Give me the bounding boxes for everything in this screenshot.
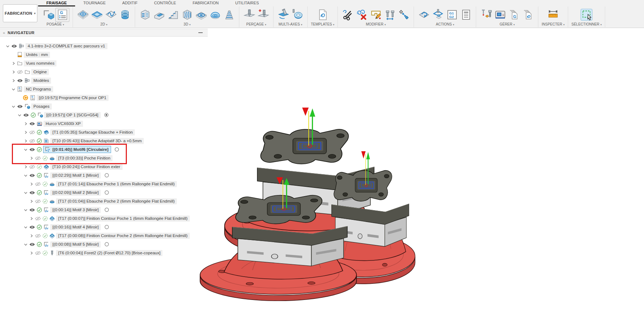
visibility-eye-off-icon[interactable] bbox=[29, 130, 35, 135]
generated-check-icon[interactable] bbox=[42, 216, 48, 221]
chevron-right-icon[interactable] bbox=[23, 138, 28, 144]
tree-row-main[interactable]: G[(0:19:57)] Programme CN pour OP1 bbox=[29, 95, 109, 101]
chevron-right-icon[interactable] bbox=[23, 129, 28, 135]
new-setup-icon[interactable] bbox=[41, 8, 55, 22]
tree-row-main[interactable]: Vues nommées bbox=[17, 60, 56, 66]
replace-tool-icon[interactable] bbox=[383, 8, 396, 22]
nc-program-icon[interactable]: G bbox=[55, 8, 69, 22]
active-setup-radio[interactable] bbox=[104, 173, 109, 178]
swarf-icon[interactable] bbox=[277, 8, 290, 22]
tab-additif[interactable]: ADDITIF bbox=[114, 0, 146, 6]
tree-row-main[interactable]: Origine bbox=[24, 69, 49, 75]
trim-toolpath-icon[interactable] bbox=[341, 8, 354, 22]
toolbar-group-label-inspecter[interactable]: INSPECTER▾ bbox=[542, 22, 565, 27]
parallel-icon[interactable] bbox=[180, 8, 194, 22]
tree-row-main[interactable]: [T10 (0:00:24)] Contour Finition exter bbox=[43, 164, 123, 170]
morphed-spiral-icon[interactable] bbox=[208, 8, 222, 22]
generated-check-icon[interactable] bbox=[36, 224, 42, 230]
generate-gcode-icon[interactable]: G1G2 bbox=[445, 8, 459, 22]
visibility-eye-off-icon[interactable] bbox=[29, 138, 35, 143]
generated-check-icon[interactable] bbox=[36, 164, 42, 170]
chevron-down-icon[interactable] bbox=[11, 86, 16, 92]
tree-row-main[interactable]: Hurco VCX600i XP bbox=[36, 121, 83, 127]
tree-row-3[interactable]: Vues nommées bbox=[0, 59, 208, 68]
visibility-eye-off-icon[interactable] bbox=[34, 216, 41, 221]
visibility-eye-on-icon[interactable] bbox=[29, 173, 35, 178]
chevron-down-icon[interactable] bbox=[11, 103, 16, 109]
tree-row-main[interactable]: [(0:00:16)] Motif 4 [Miroir] bbox=[43, 224, 101, 230]
generated-check-icon[interactable] bbox=[36, 241, 42, 247]
active-setup-radio[interactable] bbox=[114, 147, 120, 152]
visibility-eye-off-icon[interactable] bbox=[34, 250, 41, 255]
chevron-right-icon[interactable] bbox=[23, 164, 28, 170]
tree-row-1[interactable]: 4.1-Intro 3+2-COMPLET avec parcours v1 bbox=[0, 42, 208, 50]
toolbar-group-label-multi-axes[interactable]: MULTI-AXES▾ bbox=[277, 22, 304, 27]
tree-row-main[interactable]: [T3 (0:00:33)] Poche Finition bbox=[49, 155, 112, 161]
tree-row-18[interactable]: [(0:02:09)] Motif 2 [Miroir] bbox=[0, 188, 208, 197]
tree-row-main[interactable]: Unités : mm bbox=[17, 52, 50, 58]
tree-row-main[interactable]: [T17 (0:01:14)] Ebauche Poche 1 (6mm Ral… bbox=[49, 181, 177, 187]
visibility-eye-on-icon[interactable] bbox=[29, 225, 35, 230]
delete-toolpath-icon[interactable] bbox=[355, 8, 368, 22]
2d-adaptive-icon[interactable] bbox=[76, 8, 89, 22]
tree-row-main[interactable]: [T6 (0:00:04)] Foret2 (2) (Foret Ø12.70)… bbox=[49, 250, 162, 256]
generated-check-icon[interactable] bbox=[42, 233, 48, 239]
template-library-icon[interactable] bbox=[521, 8, 535, 22]
tab-utilitaires[interactable]: UTILITAIRES bbox=[227, 0, 267, 6]
tree-row-selected-box[interactable]: [(0:01:40)] Motif6 [Circulaire] bbox=[43, 146, 111, 153]
tree-row-14[interactable]: [T3 (0:00:33)] Poche Finition bbox=[0, 154, 208, 162]
active-setup-radio[interactable] bbox=[104, 112, 109, 118]
tree-row-main[interactable]: [(0:19:57)] OP 1 [SCG=G54] bbox=[37, 112, 101, 118]
generated-check-icon[interactable] bbox=[42, 155, 48, 161]
generated-check-icon[interactable] bbox=[30, 112, 36, 118]
chevron-right-icon[interactable] bbox=[29, 181, 34, 187]
move-points-icon[interactable] bbox=[397, 8, 410, 22]
tree-row-19[interactable]: [T17 (0:01:04)] Ebauche Poche 2 (6mm Ral… bbox=[0, 197, 208, 205]
tool-library-icon[interactable] bbox=[479, 8, 493, 22]
toolbar-group-label-3d[interactable]: 3D▾ bbox=[138, 22, 236, 27]
tree-row-main[interactable]: [T17 (0:01:04)] Ebauche Poche 2 (6mm Ral… bbox=[49, 198, 177, 204]
chevron-down-icon[interactable] bbox=[23, 172, 28, 178]
visibility-eye-on-icon[interactable] bbox=[29, 121, 35, 126]
tree-row-main[interactable]: [T17 (0:00:07)] Finition Contour Poche 1… bbox=[49, 216, 190, 222]
chevron-down-icon[interactable] bbox=[23, 224, 28, 230]
active-setup-radio[interactable] bbox=[104, 225, 109, 230]
tree-row-main[interactable]: Posages bbox=[24, 103, 52, 110]
tree-row-17[interactable]: [T17 (0:01:14)] Ebauche Poche 1 (6mm Ral… bbox=[0, 180, 208, 188]
tree-row-23[interactable]: [T17 (0:00:08)] Finition Contour Poche 2… bbox=[0, 231, 208, 240]
tree-row-main[interactable]: Modèles bbox=[24, 78, 51, 84]
chevron-right-icon[interactable] bbox=[29, 250, 34, 256]
chevron-down-icon[interactable] bbox=[23, 190, 28, 195]
deep-drill-icon[interactable] bbox=[257, 8, 270, 22]
tree-row-main[interactable]: [T17 (0:00:08)] Finition Contour Poche 2… bbox=[49, 233, 190, 239]
post-process-icon[interactable] bbox=[417, 8, 431, 22]
tree-row-main[interactable]: [T1 (0:05:35)] Surfacage Ebauche + Finit… bbox=[43, 129, 135, 135]
chevron-right-icon[interactable] bbox=[29, 216, 34, 221]
machine-library-icon[interactable] bbox=[493, 8, 507, 22]
tree-row-16[interactable]: [(0:02:29)] Motif 1 [Miroir] bbox=[0, 171, 208, 180]
tree-row-main[interactable]: GNC Programs bbox=[17, 86, 53, 92]
chevron-down-icon[interactable] bbox=[23, 207, 28, 213]
visibility-eye-on-icon[interactable] bbox=[29, 147, 35, 152]
toolbar-group-label-selectionner[interactable]: SÉLECTIONNER▾ bbox=[571, 22, 602, 27]
tree-row-25[interactable]: [T6 (0:00:04)] Foret2 (2) (Foret Ø12.70)… bbox=[0, 249, 208, 257]
toolbar-group-label-gerer[interactable]: GÉRER▾ bbox=[479, 22, 535, 27]
tab-controle[interactable]: CONTRÔLE bbox=[146, 0, 184, 6]
visibility-eye-off-icon[interactable] bbox=[29, 164, 35, 169]
visibility-eye-off-icon[interactable] bbox=[34, 181, 41, 186]
simulate-icon[interactable] bbox=[431, 8, 445, 22]
tree-row-8[interactable]: Posages bbox=[0, 102, 208, 111]
chevron-down-icon[interactable] bbox=[5, 43, 10, 49]
tree-row-main[interactable]: [(0:02:29)] Motif 1 [Miroir] bbox=[43, 172, 101, 179]
tree-row-2[interactable]: Unités : mm bbox=[0, 50, 208, 59]
tree-row-main[interactable]: [(0:00:14)] Motif 3 [Miroir] bbox=[43, 207, 101, 213]
generated-check-icon[interactable] bbox=[42, 181, 48, 187]
visibility-eye-off-icon[interactable] bbox=[34, 156, 41, 161]
tab-fraisage[interactable]: FRAISAGE bbox=[38, 0, 75, 6]
visibility-eye-on-icon[interactable] bbox=[29, 190, 35, 195]
tree-row-21[interactable]: [T17 (0:00:07)] Finition Contour Poche 1… bbox=[0, 214, 208, 223]
2d-pocket-icon[interactable] bbox=[90, 8, 104, 22]
active-setup-radio[interactable] bbox=[104, 242, 109, 247]
collapse-panel-icon[interactable]: « bbox=[3, 31, 5, 35]
tree-row-22[interactable]: [(0:00:16)] Motif 4 [Miroir] bbox=[0, 223, 208, 231]
